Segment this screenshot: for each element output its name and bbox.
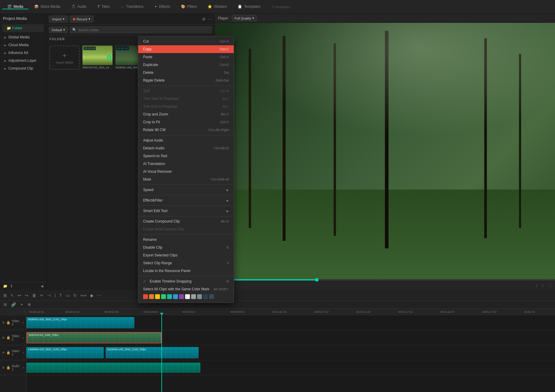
track-lock-icon[interactable]: 🔒 xyxy=(6,366,10,370)
color-swatch-darkblue[interactable] xyxy=(203,294,208,299)
player-bracket-left[interactable]: { xyxy=(536,284,538,287)
sidebar-item-folder[interactable]: 📁 Folder xyxy=(2,24,44,32)
clip-video1a[interactable]: 1409899-uhd_3840_2160_30fps xyxy=(26,347,104,358)
tab-titles[interactable]: T Titles xyxy=(92,4,115,9)
clip-video1b[interactable]: 5629690-uhd_3840_2160_30fps xyxy=(106,347,199,358)
ctx-detach-audio[interactable]: Detach Audio Ctrl+Alt+D xyxy=(138,144,234,152)
tab-effects[interactable]: ✦ Effects xyxy=(149,4,175,9)
tab-filters[interactable]: 🎨 Filters xyxy=(176,4,202,9)
player-progress-bar[interactable] xyxy=(214,279,555,280)
ctx-rotate[interactable]: Rotate 90 CW Ctrl+Alt+Right xyxy=(138,126,234,134)
sidebar-item-compound[interactable]: ▶ Compound Clip xyxy=(0,64,46,72)
tab-media[interactable]: 🎬 Media xyxy=(2,4,28,9)
color-swatch-yellow[interactable] xyxy=(155,294,160,299)
tl-delete-icon[interactable]: 🗑 xyxy=(31,292,37,299)
sidebar-item-cloud[interactable]: ▶ Cloud Media xyxy=(0,41,46,49)
sidebar-item-global[interactable]: ▶ Global Media xyxy=(0,33,46,41)
ctx-rename[interactable]: Rename xyxy=(138,236,234,244)
folder-add-icon[interactable]: 📁 xyxy=(3,284,8,288)
track-add-icon[interactable]: + xyxy=(22,351,24,355)
ctx-locate[interactable]: Locate in the Resource Panel xyxy=(138,267,234,275)
tl-split-icon[interactable]: ⊣ xyxy=(46,292,52,299)
collapse-panel-icon[interactable]: ◀ xyxy=(40,284,43,288)
ctx-delete[interactable]: Delete Del xyxy=(138,69,234,76)
ctx-paste[interactable]: Paste Ctrl+V xyxy=(138,53,234,61)
tl-back-icon[interactable]: ⟨ xyxy=(53,292,57,299)
player-fullscreen[interactable]: ⛶ xyxy=(548,284,551,287)
track-lock-icon[interactable]: 🔒 xyxy=(6,351,10,355)
tab-audio[interactable]: 🎵 Audio xyxy=(66,4,92,9)
tl-keyframe-icon[interactable]: ◆ xyxy=(89,292,94,299)
ctx-speech-text[interactable]: Speech-to-Text xyxy=(138,152,234,160)
ctx-select-color[interactable]: Select All Clips with the Same Color Mar… xyxy=(138,285,234,293)
track-eye-icon[interactable]: 👁 xyxy=(2,366,5,370)
player-progress-handle[interactable] xyxy=(315,278,319,282)
color-swatch-teal[interactable] xyxy=(167,294,172,299)
ctx-cut[interactable]: Cut Ctrl+X xyxy=(138,37,234,45)
import-icon[interactable]: ⬆ xyxy=(10,284,13,288)
tl-cursor-icon[interactable]: ↖ xyxy=(10,292,15,299)
ctx-smart-edit[interactable]: Smart Edit Tool ▶ xyxy=(138,207,234,215)
track-add-icon[interactable]: + xyxy=(22,336,24,340)
track-add-icon[interactable]: + xyxy=(22,321,24,325)
tl-rotate-icon[interactable]: ↻ xyxy=(72,292,78,299)
default-dropdown[interactable]: Default ▾ xyxy=(49,27,68,33)
ctx-export-clips[interactable]: Export Selected Clips xyxy=(138,251,234,259)
track-lock-icon[interactable]: 🔒 xyxy=(6,321,10,325)
color-swatch-green[interactable] xyxy=(161,294,166,299)
track-add-icon[interactable]: + xyxy=(22,366,24,370)
tl-link-icon[interactable]: ⚭ xyxy=(19,302,25,307)
ctx-crop-zoom[interactable]: Crop and Zoom Alt+C xyxy=(138,110,234,118)
ctx-copy[interactable]: Copy Ctrl+C xyxy=(138,45,234,53)
ctx-ai-vocal[interactable]: AI Vocal Remover xyxy=(138,168,234,175)
tl-group-icon[interactable]: ❇ xyxy=(26,302,32,307)
color-swatch-purple[interactable] xyxy=(179,294,184,299)
ctx-speed[interactable]: Speed ▶ xyxy=(138,186,234,194)
clip-audio1[interactable] xyxy=(26,363,200,373)
record-button[interactable]: Record ▾ xyxy=(70,16,93,22)
ctx-duplicate[interactable]: Duplicate Ctrl+D xyxy=(138,61,234,69)
tl-redo-icon[interactable]: ↪ xyxy=(24,292,29,299)
ctx-ai-translation[interactable]: AI Translation xyxy=(138,160,234,168)
ctx-mute[interactable]: Mute Ctrl+Shift+M xyxy=(138,175,234,183)
ctx-create-compound[interactable]: Create Compound Clip Alt+G xyxy=(138,217,234,225)
ctx-disable-clip[interactable]: Disable Clip E xyxy=(138,244,234,251)
clip-video2[interactable]: 5692323-hd_1080_30fps xyxy=(26,332,161,343)
search-input[interactable] xyxy=(78,28,209,32)
color-swatch-darkgray[interactable] xyxy=(209,294,214,299)
player-bracket-right[interactable]: } xyxy=(542,284,543,287)
tl-more-icon[interactable]: ⋯ xyxy=(96,292,102,299)
color-swatch-silver[interactable] xyxy=(191,294,196,299)
ctx-snapping[interactable]: ✓ Enable Timeline Snapping N xyxy=(138,277,234,285)
more-icon[interactable]: ⋯ xyxy=(208,17,212,22)
color-swatch-orange[interactable] xyxy=(149,294,154,299)
ctx-ripple-delete[interactable]: Ripple Delete Shift+Del xyxy=(138,76,234,84)
ctx-select-range[interactable]: Select Clip Range X xyxy=(138,259,234,267)
quality-dropdown[interactable]: Full Quality ▾ xyxy=(232,15,257,21)
import-button[interactable]: Import ▾ xyxy=(49,16,68,22)
tab-stock-media[interactable]: 📦 Stock Media xyxy=(29,4,65,9)
ctx-crop-fit[interactable]: Crop to Fit Ctrl+F xyxy=(138,118,234,126)
media-item-clip1[interactable]: 00:10:44 ✓ 5692323-hd_1920_108... xyxy=(82,46,112,70)
ctx-adjust-audio[interactable]: Adjust Audio xyxy=(138,136,234,144)
zoom-in-icon[interactable]: + xyxy=(23,310,25,313)
color-swatch-gray[interactable] xyxy=(197,294,202,299)
sidebar-item-influence[interactable]: ▶ Influence Kit xyxy=(0,49,46,57)
tl-undo-icon[interactable]: ↩ xyxy=(17,292,22,299)
color-swatch-blue[interactable] xyxy=(173,294,178,299)
clip-video3[interactable]: 5608091-uhd_3840_2160_24fps xyxy=(26,317,134,328)
tl-magnet-icon[interactable]: 🔗 xyxy=(10,302,17,307)
track-eye-icon[interactable]: 👁 xyxy=(2,336,5,340)
zoom-out-icon[interactable]: − xyxy=(19,310,21,313)
tl-cut-icon[interactable]: ✂ xyxy=(39,292,44,299)
color-swatch-white[interactable] xyxy=(185,294,190,299)
tl-text-icon[interactable]: T xyxy=(58,292,63,299)
track-lock-icon[interactable]: 🔒 xyxy=(6,336,10,340)
tab-stickers[interactable]: ⭐ Stickers xyxy=(203,4,232,9)
tl-mirror-icon[interactable]: ⟺ xyxy=(80,292,87,299)
tab-templates[interactable]: 📋 Templates xyxy=(233,4,265,9)
track-eye-icon[interactable]: 👁 xyxy=(2,321,5,325)
tab-transitions[interactable]: ↔ Transitions xyxy=(116,4,148,9)
tl-add-track-icon[interactable]: ⊞ xyxy=(2,302,8,307)
tl-crop-icon[interactable]: ▭ xyxy=(65,292,70,299)
